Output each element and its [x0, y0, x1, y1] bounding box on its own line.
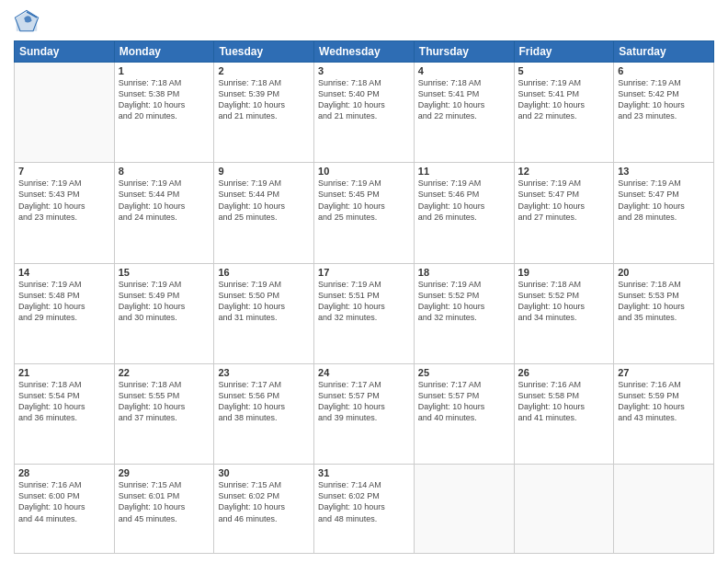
day-info: Sunrise: 7:19 AM Sunset: 5:51 PM Dayligh… [318, 279, 410, 324]
day-number: 17 [318, 267, 410, 278]
logo [14, 9, 43, 35]
calendar-cell: 9Sunrise: 7:19 AM Sunset: 5:44 PM Daylig… [214, 163, 314, 263]
calendar-table: SundayMondayTuesdayWednesdayThursdayFrid… [14, 40, 714, 554]
calendar-cell: 15Sunrise: 7:19 AM Sunset: 5:49 PM Dayli… [114, 263, 214, 363]
header-day-thursday: Thursday [414, 41, 514, 63]
header-day-monday: Monday [114, 41, 214, 63]
calendar-cell: 20Sunrise: 7:18 AM Sunset: 5:53 PM Dayli… [614, 263, 714, 363]
day-number: 15 [119, 267, 210, 278]
day-info: Sunrise: 7:15 AM Sunset: 6:02 PM Dayligh… [218, 479, 310, 524]
day-number: 20 [618, 267, 710, 278]
calendar-cell: 30Sunrise: 7:15 AM Sunset: 6:02 PM Dayli… [214, 465, 314, 554]
day-number: 11 [418, 166, 510, 177]
day-number: 30 [218, 467, 310, 478]
week-row-1: 1Sunrise: 7:18 AM Sunset: 5:38 PM Daylig… [15, 63, 714, 163]
day-info: Sunrise: 7:19 AM Sunset: 5:43 PM Dayligh… [18, 178, 110, 223]
calendar-cell [614, 465, 714, 554]
calendar-cell: 29Sunrise: 7:15 AM Sunset: 6:01 PM Dayli… [114, 465, 214, 554]
day-info: Sunrise: 7:19 AM Sunset: 5:42 PM Dayligh… [618, 77, 710, 122]
day-info: Sunrise: 7:19 AM Sunset: 5:46 PM Dayligh… [418, 178, 510, 223]
day-number: 18 [418, 267, 510, 278]
calendar-cell: 13Sunrise: 7:19 AM Sunset: 5:47 PM Dayli… [614, 163, 714, 263]
week-row-5: 28Sunrise: 7:16 AM Sunset: 6:00 PM Dayli… [15, 465, 714, 554]
day-number: 22 [119, 367, 210, 378]
week-row-3: 14Sunrise: 7:19 AM Sunset: 5:48 PM Dayli… [15, 263, 714, 363]
header-day-friday: Friday [514, 41, 614, 63]
day-number: 2 [218, 65, 310, 76]
calendar-cell [15, 63, 115, 163]
calendar-cell: 3Sunrise: 7:18 AM Sunset: 5:40 PM Daylig… [314, 63, 415, 163]
day-info: Sunrise: 7:16 AM Sunset: 5:58 PM Dayligh… [518, 379, 610, 424]
day-info: Sunrise: 7:15 AM Sunset: 6:01 PM Dayligh… [119, 479, 210, 524]
calendar-cell: 22Sunrise: 7:18 AM Sunset: 5:55 PM Dayli… [114, 363, 214, 464]
day-info: Sunrise: 7:17 AM Sunset: 5:57 PM Dayligh… [418, 379, 510, 424]
day-info: Sunrise: 7:19 AM Sunset: 5:47 PM Dayligh… [518, 178, 610, 223]
week-row-4: 21Sunrise: 7:18 AM Sunset: 5:54 PM Dayli… [15, 363, 714, 464]
calendar-cell: 21Sunrise: 7:18 AM Sunset: 5:54 PM Dayli… [15, 363, 115, 464]
day-number: 28 [18, 467, 110, 478]
day-info: Sunrise: 7:17 AM Sunset: 5:57 PM Dayligh… [318, 379, 410, 424]
day-number: 25 [418, 367, 510, 378]
calendar-cell: 5Sunrise: 7:19 AM Sunset: 5:41 PM Daylig… [514, 63, 614, 163]
day-info: Sunrise: 7:18 AM Sunset: 5:54 PM Dayligh… [18, 379, 110, 424]
calendar-cell: 18Sunrise: 7:19 AM Sunset: 5:52 PM Dayli… [414, 263, 514, 363]
calendar-cell: 31Sunrise: 7:14 AM Sunset: 6:02 PM Dayli… [314, 465, 415, 554]
week-row-2: 7Sunrise: 7:19 AM Sunset: 5:43 PM Daylig… [15, 163, 714, 263]
day-number: 21 [18, 367, 110, 378]
calendar-cell: 23Sunrise: 7:17 AM Sunset: 5:56 PM Dayli… [214, 363, 314, 464]
day-number: 23 [218, 367, 310, 378]
day-info: Sunrise: 7:18 AM Sunset: 5:40 PM Dayligh… [318, 77, 410, 122]
calendar-cell: 19Sunrise: 7:18 AM Sunset: 5:52 PM Dayli… [514, 263, 614, 363]
day-number: 9 [218, 166, 310, 177]
calendar-header-row: SundayMondayTuesdayWednesdayThursdayFrid… [15, 41, 714, 63]
calendar-cell: 7Sunrise: 7:19 AM Sunset: 5:43 PM Daylig… [15, 163, 115, 263]
day-number: 24 [318, 367, 410, 378]
day-info: Sunrise: 7:16 AM Sunset: 5:59 PM Dayligh… [618, 379, 710, 424]
page: SundayMondayTuesdayWednesdayThursdayFrid… [0, 0, 728, 563]
calendar-cell: 25Sunrise: 7:17 AM Sunset: 5:57 PM Dayli… [414, 363, 514, 464]
calendar-cell: 2Sunrise: 7:18 AM Sunset: 5:39 PM Daylig… [214, 63, 314, 163]
day-number: 19 [518, 267, 610, 278]
day-number: 6 [618, 65, 710, 76]
calendar-cell: 12Sunrise: 7:19 AM Sunset: 5:47 PM Dayli… [514, 163, 614, 263]
day-info: Sunrise: 7:18 AM Sunset: 5:53 PM Dayligh… [618, 279, 710, 324]
calendar-cell: 11Sunrise: 7:19 AM Sunset: 5:46 PM Dayli… [414, 163, 514, 263]
day-info: Sunrise: 7:18 AM Sunset: 5:41 PM Dayligh… [418, 77, 510, 122]
day-number: 5 [518, 65, 610, 76]
day-info: Sunrise: 7:19 AM Sunset: 5:52 PM Dayligh… [418, 279, 510, 324]
day-number: 16 [218, 267, 310, 278]
day-info: Sunrise: 7:19 AM Sunset: 5:45 PM Dayligh… [318, 178, 410, 223]
day-number: 13 [618, 166, 710, 177]
day-number: 27 [618, 367, 710, 378]
day-info: Sunrise: 7:19 AM Sunset: 5:47 PM Dayligh… [618, 178, 710, 223]
calendar-cell: 8Sunrise: 7:19 AM Sunset: 5:44 PM Daylig… [114, 163, 214, 263]
day-info: Sunrise: 7:14 AM Sunset: 6:02 PM Dayligh… [318, 479, 410, 524]
day-number: 26 [518, 367, 610, 378]
day-info: Sunrise: 7:19 AM Sunset: 5:50 PM Dayligh… [218, 279, 310, 324]
calendar-cell [514, 465, 614, 554]
day-number: 14 [18, 267, 110, 278]
day-info: Sunrise: 7:18 AM Sunset: 5:39 PM Dayligh… [218, 77, 310, 122]
day-number: 1 [119, 65, 210, 76]
calendar-cell: 24Sunrise: 7:17 AM Sunset: 5:57 PM Dayli… [314, 363, 415, 464]
calendar-cell: 16Sunrise: 7:19 AM Sunset: 5:50 PM Dayli… [214, 263, 314, 363]
logo-icon [14, 9, 40, 35]
day-number: 3 [318, 65, 410, 76]
day-info: Sunrise: 7:19 AM Sunset: 5:41 PM Dayligh… [518, 77, 610, 122]
calendar-cell: 4Sunrise: 7:18 AM Sunset: 5:41 PM Daylig… [414, 63, 514, 163]
day-info: Sunrise: 7:19 AM Sunset: 5:49 PM Dayligh… [119, 279, 210, 324]
calendar-cell: 14Sunrise: 7:19 AM Sunset: 5:48 PM Dayli… [15, 263, 115, 363]
calendar-cell: 17Sunrise: 7:19 AM Sunset: 5:51 PM Dayli… [314, 263, 415, 363]
day-info: Sunrise: 7:19 AM Sunset: 5:44 PM Dayligh… [218, 178, 310, 223]
day-info: Sunrise: 7:18 AM Sunset: 5:52 PM Dayligh… [518, 279, 610, 324]
day-number: 29 [119, 467, 210, 478]
calendar-cell: 10Sunrise: 7:19 AM Sunset: 5:45 PM Dayli… [314, 163, 415, 263]
day-info: Sunrise: 7:18 AM Sunset: 5:38 PM Dayligh… [119, 77, 210, 122]
day-info: Sunrise: 7:16 AM Sunset: 6:00 PM Dayligh… [18, 479, 110, 524]
header-day-tuesday: Tuesday [214, 41, 314, 63]
calendar-cell: 1Sunrise: 7:18 AM Sunset: 5:38 PM Daylig… [114, 63, 214, 163]
day-number: 31 [318, 467, 410, 478]
day-number: 7 [18, 166, 110, 177]
day-number: 4 [418, 65, 510, 76]
day-info: Sunrise: 7:19 AM Sunset: 5:48 PM Dayligh… [18, 279, 110, 324]
